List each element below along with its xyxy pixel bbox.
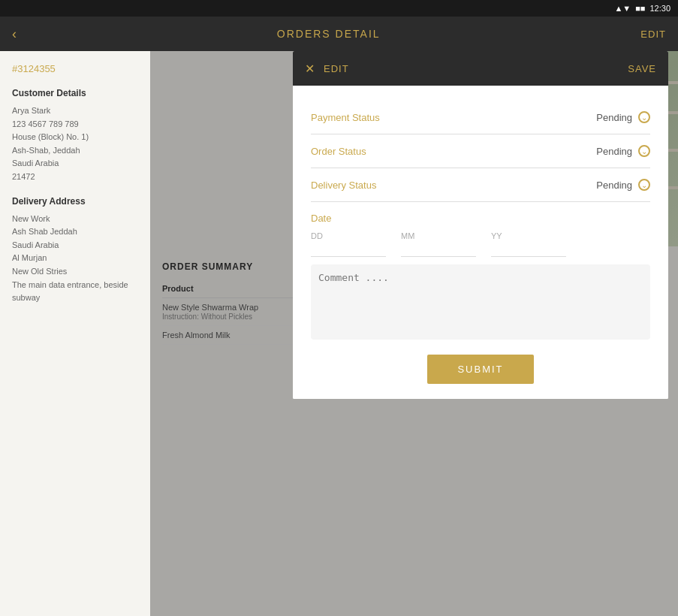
time-display: 12:30 xyxy=(649,4,670,13)
modal-body: Payment Status Pending ⌄ Order Status Pe… xyxy=(293,86,668,399)
battery-icon: ■■ xyxy=(635,4,645,13)
delivery-line3: Saudi Arabia xyxy=(12,239,138,252)
mm-input[interactable] xyxy=(401,242,476,257)
edit-modal: ✕ EDIT SAVE Payment Status Pending ⌄ Ord… xyxy=(293,51,668,399)
payment-status-row: Payment Status Pending ⌄ xyxy=(311,101,650,134)
comment-textarea[interactable] xyxy=(311,264,650,340)
delivery-status-label: Delivery Status xyxy=(311,180,376,191)
status-bar: ▲▼ ■■ 12:30 xyxy=(0,0,678,17)
delivery-line1: New Work xyxy=(12,213,138,226)
payment-status-value: Pending xyxy=(596,112,632,123)
back-button[interactable]: ‹ xyxy=(12,26,17,42)
delivery-status-chevron[interactable]: ⌄ xyxy=(638,179,650,191)
order-status-label: Order Status xyxy=(311,146,366,157)
payment-status-select[interactable]: Pending ⌄ xyxy=(596,111,650,123)
save-button[interactable]: SAVE xyxy=(628,63,656,74)
modal-header: ✕ EDIT SAVE xyxy=(293,51,668,86)
date-section: Date DD MM YY xyxy=(311,202,650,264)
mm-field: MM xyxy=(401,231,476,257)
date-inputs: DD MM YY xyxy=(311,231,650,257)
dd-field: DD xyxy=(311,231,386,257)
delivery-status-select[interactable]: Pending ⌄ xyxy=(596,179,650,191)
app-header: ‹ ORDERS DETAIL EDIT xyxy=(0,17,678,51)
header-edit-button[interactable]: EDIT xyxy=(640,29,666,40)
date-label: Date xyxy=(311,213,650,224)
payment-status-chevron[interactable]: ⌄ xyxy=(638,111,650,123)
delivery-line4: Al Murjan xyxy=(12,252,138,265)
dd-input[interactable] xyxy=(311,242,386,257)
yy-input[interactable] xyxy=(491,242,566,257)
page-title: ORDERS DETAIL xyxy=(277,28,381,40)
customer-name: Arya Stark xyxy=(12,104,138,118)
yy-field: YY xyxy=(491,231,566,257)
customer-address1: House (Block) No. 1) xyxy=(12,131,138,144)
mm-label: MM xyxy=(401,231,414,240)
delivery-info: New Work Ash Shab Jeddah Saudi Arabia Al… xyxy=(12,213,138,305)
delivery-title: Delivery Address xyxy=(12,196,138,207)
customer-address3: Saudi Arabia xyxy=(12,157,138,171)
payment-status-label: Payment Status xyxy=(311,112,380,123)
customer-phone: 123 4567 789 789 xyxy=(12,118,138,131)
delivery-status-value: Pending xyxy=(596,180,632,191)
page-content: #3124355 Customer Details Arya Stark 123… xyxy=(0,51,678,616)
order-status-row: Order Status Pending ⌄ xyxy=(311,134,650,168)
order-number: #3124355 xyxy=(12,63,138,74)
modal-close-area: ✕ EDIT xyxy=(305,62,349,76)
delivery-line5: New Old Stries xyxy=(12,265,138,279)
close-icon[interactable]: ✕ xyxy=(305,62,315,76)
signal-icon: ▲▼ xyxy=(614,4,631,13)
order-status-value: Pending xyxy=(596,146,632,157)
submit-button[interactable]: SUBMIT xyxy=(427,355,533,384)
customer-postcode: 21472 xyxy=(12,171,138,184)
delivery-line2: Ash Shab Jeddah xyxy=(12,225,138,239)
modal-edit-label: EDIT xyxy=(324,63,349,74)
order-status-select[interactable]: Pending ⌄ xyxy=(596,145,650,157)
delivery-section: Delivery Address New Work Ash Shab Jedda… xyxy=(12,196,138,305)
yy-label: YY xyxy=(491,231,502,240)
customer-info: Arya Stark 123 4567 789 789 House (Block… xyxy=(12,104,138,184)
customer-address2: Ash-Shab, Jeddah xyxy=(12,144,138,158)
order-status-chevron[interactable]: ⌄ xyxy=(638,145,650,157)
main-area: ORDER SUMMARY Product Rate Quantity Subt… xyxy=(150,51,678,616)
sidebar: #3124355 Customer Details Arya Stark 123… xyxy=(0,51,150,616)
customer-details-title: Customer Details xyxy=(12,88,138,98)
dd-label: DD xyxy=(311,231,323,240)
delivery-status-row: Delivery Status Pending ⌄ xyxy=(311,168,650,202)
delivery-line6: The main data entrance, beside subway xyxy=(12,279,138,305)
